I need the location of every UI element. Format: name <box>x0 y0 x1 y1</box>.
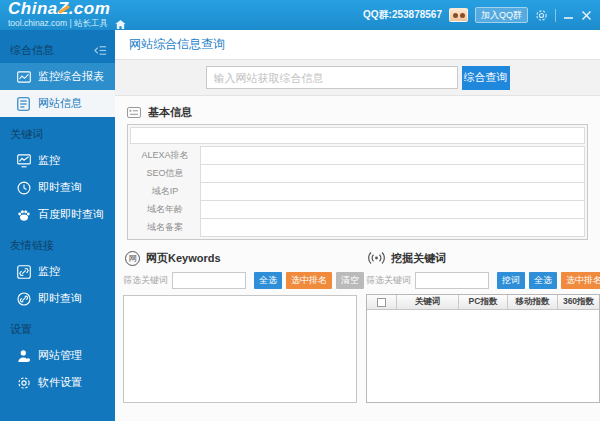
sidebar-section-keywords: 关键词 <box>0 122 115 147</box>
sidebar-item-label: 监控 <box>38 264 60 279</box>
column-header-keyword: 关键词 <box>397 295 459 309</box>
report-chart-icon <box>16 69 31 84</box>
keyword-mining-header: 挖掘关键词 <box>366 246 600 270</box>
keyword-mining-title: 挖掘关键词 <box>391 251 446 266</box>
row-value <box>200 164 585 183</box>
sidebar-item-software-settings[interactable]: 软件设置 <box>0 369 115 396</box>
table-row: 域名备案 <box>130 218 585 237</box>
web-circle-icon: 网 <box>125 251 140 266</box>
page-header: 网站综合信息查询 <box>115 30 600 60</box>
minimize-button[interactable] <box>563 10 574 20</box>
baidu-paw-icon <box>16 207 31 222</box>
logo: ChinaZ.com tool.chinaz.com | 站长工具 <box>8 0 126 30</box>
content-area: 基本信息 ALEXA排名 SEO信息 域名IP 域名年龄 <box>115 96 600 403</box>
sidebar-item-keyword-instant-query[interactable]: 即时查询 <box>0 174 115 201</box>
sidebar-item-site-info[interactable]: 网站信息 <box>0 90 115 117</box>
link-circle-icon <box>16 291 31 306</box>
basic-info-header: 基本信息 <box>127 104 592 121</box>
table-row: 域名IP <box>130 182 585 201</box>
sidebar-item-baidu-instant-query[interactable]: 百度即时查询 <box>0 201 115 228</box>
sidebar-item-keyword-monitor[interactable]: 监控 <box>0 147 115 174</box>
sidebar-item-site-manage[interactable]: 网站管理 <box>0 342 115 369</box>
sidebar-item-label: 监控 <box>38 153 60 168</box>
row-label: 域名年龄 <box>130 200 200 219</box>
keywords-filter-input[interactable] <box>172 272 246 289</box>
row-label: 域名备案 <box>130 218 200 237</box>
sidebar-section-overview: 综合信息 <box>0 38 115 63</box>
document-icon <box>16 96 31 111</box>
clear-button[interactable]: 清空 <box>336 272 364 289</box>
logo-china: China <box>8 0 58 18</box>
table-row: ALEXA排名 <box>130 146 585 165</box>
sidebar-item-monitor-report[interactable]: 监控综合报表 <box>0 63 115 90</box>
dig-words-button[interactable]: 挖词 <box>497 272 525 289</box>
radar-icon <box>368 251 385 265</box>
web-keywords-filter-row: 筛选关键词 全选 选中排名 清空 <box>123 270 357 290</box>
select-all-button[interactable]: 全选 <box>254 272 282 289</box>
selected-rank-button[interactable]: 选中排名 <box>561 272 600 289</box>
close-button[interactable] <box>581 10 592 21</box>
row-value <box>200 146 585 165</box>
web-keywords-panel: 网 网页Keywords 筛选关键词 全选 选中排名 清空 <box>123 246 357 403</box>
column-header-pc-index: PC指数 <box>459 295 508 309</box>
selected-rank-button[interactable]: 选中排名 <box>286 272 332 289</box>
basic-info-title: 基本信息 <box>148 105 192 120</box>
logo-subtitle: tool.chinaz.com | 站长工具 <box>8 18 108 30</box>
section-label: 综合信息 <box>10 43 54 58</box>
select-all-button[interactable]: 全选 <box>529 272 557 289</box>
section-label: 友情链接 <box>10 238 54 253</box>
titlebar: ChinaZ.com tool.chinaz.com | 站长工具 QQ群:25… <box>0 0 600 30</box>
keyword-mining-filter-row: 筛选关键词 挖词 全选 选中排名 <box>366 270 600 290</box>
row-value <box>200 182 585 201</box>
table-header-row: 关键词 PC指数 移动指数 360指数 <box>367 295 599 310</box>
basic-info-table: ALEXA排名 SEO信息 域名IP 域名年龄 域名备案 <box>127 124 588 240</box>
sidebar-item-label: 即时查询 <box>38 180 82 195</box>
web-keywords-list-area[interactable] <box>123 295 357 403</box>
page-title: 网站综合信息查询 <box>129 36 225 53</box>
sidebar-section-settings: 设置 <box>0 317 115 342</box>
web-keywords-title: 网页Keywords <box>146 251 221 266</box>
sidebar-item-label: 网站信息 <box>38 96 82 111</box>
logo-text: ChinaZ.com <box>8 0 126 17</box>
keyword-mining-panel: 挖掘关键词 筛选关键词 挖词 全选 选中排名 关键词 <box>366 246 600 403</box>
filter-label: 筛选关键词 <box>366 274 411 287</box>
gear-icon <box>16 375 31 390</box>
settings-gear-icon[interactable] <box>535 9 548 22</box>
sidebar-item-label: 软件设置 <box>38 375 82 390</box>
table-row: SEO信息 <box>130 164 585 183</box>
combined-query-button[interactable]: 综合查询 <box>462 66 510 90</box>
sidebar-collapse-icon[interactable] <box>94 45 107 56</box>
row-label: SEO信息 <box>130 164 200 183</box>
row-value <box>200 218 585 237</box>
sidebar-item-label: 即时查询 <box>38 291 82 306</box>
search-band: 综合查询 <box>115 60 600 96</box>
card-list-icon <box>127 107 141 118</box>
titlebar-separator <box>555 9 556 22</box>
clock-icon <box>16 180 31 195</box>
section-label: 设置 <box>10 322 32 337</box>
site-search-input[interactable] <box>206 66 458 89</box>
keyword-mining-table-body[interactable] <box>367 310 599 402</box>
main-content: 网站综合信息查询 综合查询 基本信息 ALEXA排名 <box>115 30 600 421</box>
section-label: 关键词 <box>10 127 43 142</box>
column-header-mobile-index: 移动指数 <box>508 295 558 309</box>
sidebar-item-label: 百度即时查询 <box>38 207 104 222</box>
row-label: ALEXA排名 <box>130 146 200 165</box>
join-qq-button[interactable]: 加入QQ群 <box>475 7 528 23</box>
sidebar-item-label: 网站管理 <box>38 348 82 363</box>
home-icon[interactable] <box>115 19 126 30</box>
qq-avatar <box>449 8 468 22</box>
sidebar-section-friend-links: 友情链接 <box>0 233 115 258</box>
sidebar-item-link-monitor[interactable]: 监控 <box>0 258 115 285</box>
qq-group-number: QQ群:253878567 <box>363 8 442 22</box>
sidebar-item-link-instant-query[interactable]: 即时查询 <box>0 285 115 312</box>
app-window: ChinaZ.com tool.chinaz.com | 站长工具 QQ群:25… <box>0 0 600 421</box>
row-value <box>200 200 585 219</box>
select-all-checkbox[interactable] <box>377 298 386 307</box>
link-square-icon <box>16 264 31 279</box>
mining-filter-input[interactable] <box>415 272 489 289</box>
logo-com: .com <box>69 0 111 18</box>
sidebar: 综合信息 监控综合报表 网站信息 <box>0 30 115 421</box>
table-row: 域名年龄 <box>130 200 585 219</box>
web-keywords-header: 网 网页Keywords <box>123 246 357 270</box>
